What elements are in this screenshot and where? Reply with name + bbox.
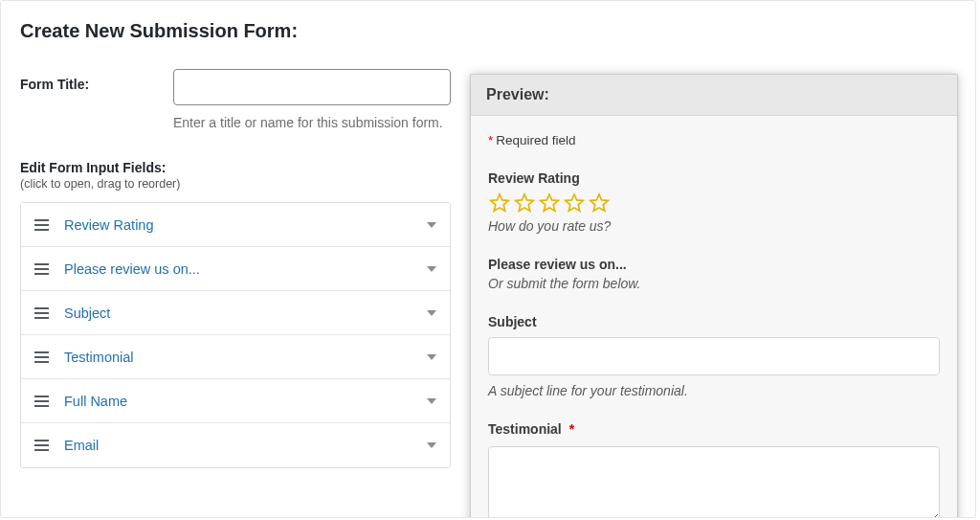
form-title-field-wrap: Enter a title or name for this submissio… <box>173 69 451 133</box>
preview-body: *Required field Review Rating How do you… <box>471 116 957 518</box>
chevron-down-icon <box>427 310 436 316</box>
chevron-down-icon <box>427 266 436 272</box>
chevron-down-icon <box>427 222 436 228</box>
field-row-label: Full Name <box>64 394 427 409</box>
field-row-label: Subject <box>64 305 427 321</box>
drag-handle-icon[interactable] <box>34 350 49 365</box>
asterisk-icon: * <box>569 421 574 437</box>
preview-review-on-block: Please review us on... Or submit the for… <box>488 257 940 291</box>
preview-testimonial-label: Testimonial * <box>488 421 940 437</box>
preview-rating-label: Review Rating <box>488 170 940 186</box>
field-row-review-rating[interactable]: Review Rating <box>21 203 450 247</box>
star-icon[interactable] <box>563 192 586 215</box>
form-title-label: Form Title: <box>20 69 173 92</box>
field-row-label: Testimonial <box>64 350 427 365</box>
star-icon[interactable] <box>538 192 561 215</box>
preview-subject-input[interactable] <box>488 337 940 375</box>
chevron-down-icon <box>427 354 436 360</box>
form-title-row: Form Title: Enter a title or name for th… <box>20 69 451 133</box>
preview-subject-caption: A subject line for your testimonial. <box>488 383 940 398</box>
field-row-testimonial[interactable]: Testimonial <box>21 335 450 379</box>
field-row-label: Email <box>64 438 427 453</box>
fields-list: Review Rating Please review us on... Sub… <box>20 202 451 468</box>
fields-section-heading: Edit Form Input Fields: <box>20 160 451 175</box>
drag-handle-icon[interactable] <box>34 438 49 453</box>
required-note-text: Required field <box>496 133 575 147</box>
star-icon[interactable] <box>513 192 536 215</box>
preview-testimonial-label-text: Testimonial <box>488 421 562 437</box>
required-note: *Required field <box>488 133 940 147</box>
preview-panel: Preview: *Required field Review Rating H… <box>470 74 958 518</box>
builder-right-column: Preview: *Required field Review Rating H… <box>470 1 975 517</box>
drag-handle-icon[interactable] <box>34 394 49 409</box>
field-row-email[interactable]: Email <box>21 423 450 467</box>
page-title: Create New Submission Form: <box>20 20 451 42</box>
preview-testimonial-textarea[interactable] <box>488 446 940 518</box>
preview-rating-caption: How do you rate us? <box>488 218 940 234</box>
field-row-review-on[interactable]: Please review us on... <box>21 247 450 291</box>
preview-review-on-caption: Or submit the form below. <box>488 276 940 291</box>
form-builder-panel: Create New Submission Form: Form Title: … <box>0 0 976 518</box>
field-row-subject[interactable]: Subject <box>21 291 450 335</box>
drag-handle-icon[interactable] <box>34 261 49 277</box>
rating-stars[interactable] <box>488 192 940 215</box>
form-title-help: Enter a title or name for this submissio… <box>173 113 451 133</box>
chevron-down-icon <box>427 442 436 448</box>
preview-review-on-label: Please review us on... <box>488 257 940 272</box>
preview-rating-block: Review Rating How do you rate us? <box>488 170 940 234</box>
drag-handle-icon[interactable] <box>34 305 49 321</box>
field-row-label: Please review us on... <box>64 261 427 277</box>
preview-subject-label: Subject <box>488 314 940 329</box>
form-title-input[interactable] <box>173 69 451 105</box>
fields-section-sub: (click to open, drag to reorder) <box>20 177 451 191</box>
preview-subject-block: Subject A subject line for your testimon… <box>488 314 940 398</box>
builder-left-column: Create New Submission Form: Form Title: … <box>1 1 470 517</box>
preview-testimonial-block: Testimonial * <box>488 421 940 518</box>
preview-heading: Preview: <box>471 75 957 116</box>
asterisk-icon: * <box>488 133 493 147</box>
chevron-down-icon <box>427 398 436 404</box>
star-icon[interactable] <box>588 192 611 215</box>
field-row-label: Review Rating <box>64 217 427 233</box>
field-row-full-name[interactable]: Full Name <box>21 379 450 423</box>
drag-handle-icon[interactable] <box>34 217 49 233</box>
star-icon[interactable] <box>488 192 511 215</box>
